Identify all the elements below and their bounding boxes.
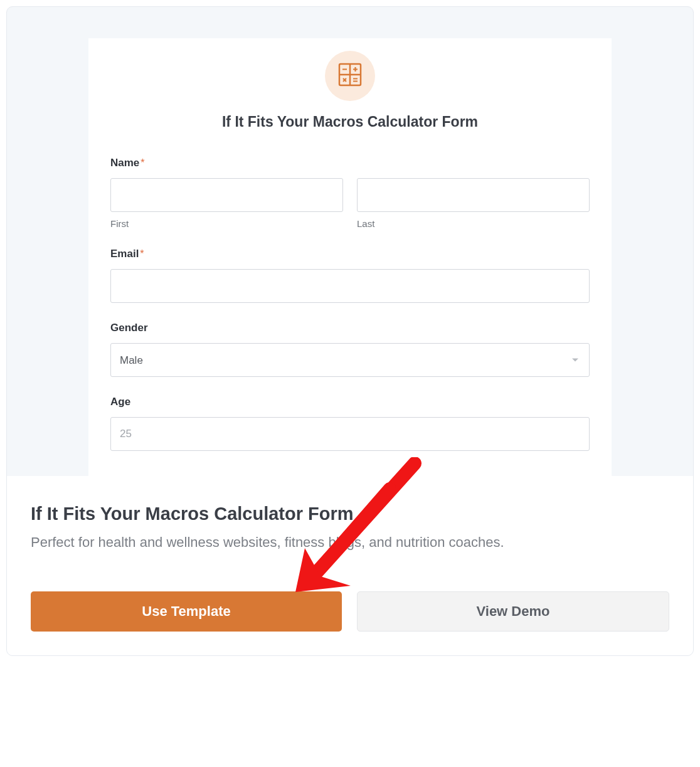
required-mark: *	[141, 157, 144, 168]
age-input[interactable]	[110, 417, 590, 451]
last-name-sublabel: Last	[357, 218, 590, 229]
calculator-icon-circle	[325, 51, 375, 101]
use-template-button[interactable]: Use Template	[31, 591, 342, 632]
gender-select[interactable]: Male	[110, 343, 590, 377]
view-demo-button[interactable]: View Demo	[357, 591, 669, 632]
action-buttons-row: Use Template View Demo	[31, 591, 669, 632]
template-info-panel: If It Fits Your Macros Calculator Form P…	[7, 476, 693, 655]
gender-label: Gender	[110, 322, 148, 334]
name-label: Name	[110, 157, 139, 169]
form-preview-area: If It Fits Your Macros Calculator Form N…	[7, 7, 693, 476]
first-name-sublabel: First	[110, 218, 343, 229]
calculator-icon	[338, 63, 362, 89]
email-label: Email	[110, 248, 139, 260]
form-panel: If It Fits Your Macros Calculator Form N…	[88, 38, 612, 476]
form-title: If It Fits Your Macros Calculator Form	[110, 114, 590, 130]
template-name: If It Fits Your Macros Calculator Form	[31, 504, 669, 524]
template-description: Perfect for health and wellness websites…	[31, 533, 669, 553]
email-field-group: Email*	[110, 248, 590, 303]
required-mark: *	[140, 248, 144, 259]
arrow-annotation-icon	[270, 457, 446, 601]
name-field-group: Name* First Last	[110, 157, 590, 229]
last-name-input[interactable]	[357, 178, 590, 212]
age-field-group: Age	[110, 396, 590, 451]
email-input[interactable]	[110, 269, 590, 303]
first-name-input[interactable]	[110, 178, 343, 212]
age-label: Age	[110, 396, 130, 408]
gender-field-group: Gender Male	[110, 322, 590, 377]
template-card: If It Fits Your Macros Calculator Form N…	[6, 6, 694, 656]
